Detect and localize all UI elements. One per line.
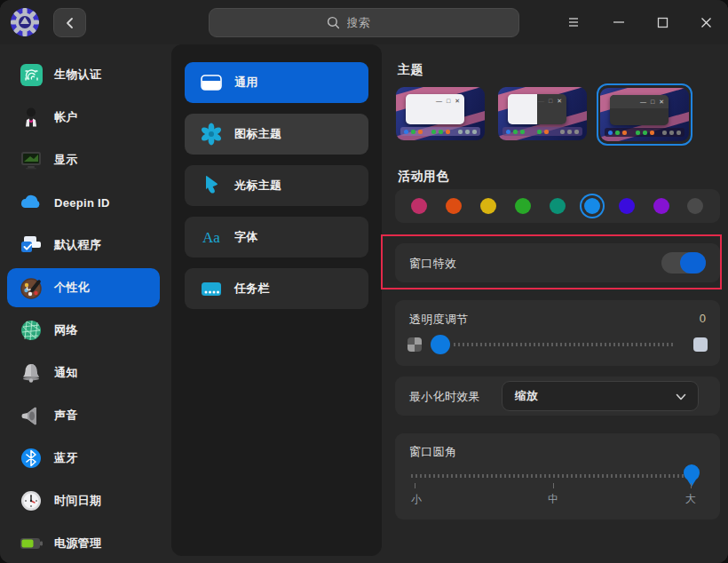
submenu-item-label: 通用 (234, 75, 258, 91)
menu-icon (566, 17, 581, 28)
search-icon (327, 16, 340, 29)
theme-preview-light: —□✕ (396, 87, 485, 140)
sidebar-item-bluetooth[interactable]: 蓝牙 (7, 439, 160, 478)
accent-color-teal[interactable] (550, 198, 566, 214)
submenu-item-label: 任务栏 (234, 281, 270, 297)
submenu-item-taskbar[interactable]: 任务栏 (185, 268, 368, 309)
theme-preview-dark: —□✕ (600, 88, 689, 141)
tick-large (691, 483, 692, 488)
window-effects-toggle[interactable] (661, 252, 706, 274)
corner-radius-label: 窗口圆角 (409, 444, 456, 460)
sidebar-item-label: 默认程序 (54, 237, 101, 253)
accent-color-pink[interactable] (411, 198, 427, 214)
accent-color-green[interactable] (515, 198, 531, 214)
sidebar-item-label: 声音 (54, 408, 78, 424)
accent-color-gray[interactable] (687, 198, 703, 214)
sidebar-item-accounts[interactable]: 帐户 (7, 98, 160, 137)
sidebar-item-default-apps[interactable]: 默认程序 (7, 226, 160, 265)
sidebar-item-network[interactable]: 网络 (7, 311, 160, 350)
maximize-button[interactable] (647, 9, 677, 36)
sidebar-item-label: 帐户 (54, 109, 78, 125)
sidebar-item-sound[interactable]: 声音 (7, 396, 160, 435)
opacity-value: 0 (700, 312, 706, 325)
sidebar-item-label: Deepin ID (54, 196, 110, 210)
tick-small (415, 483, 415, 488)
font-icon: Aa (200, 226, 223, 249)
tick-label-medium: 中 (548, 492, 558, 507)
corner-radius-card: 窗口圆角 小 中 大 (395, 433, 720, 519)
minimize-effect-card: 最小化时效果 缩放 (395, 377, 720, 416)
battery-icon (19, 531, 44, 556)
submenu-item-font[interactable]: Aa 字体 (185, 217, 368, 258)
chevron-left-icon (66, 17, 74, 29)
sidebar-item-label: 时间日期 (54, 493, 101, 509)
sidebar-item-label: 通知 (54, 365, 78, 381)
tick-label-large: 大 (685, 492, 696, 507)
opacity-label: 透明度调节 (409, 312, 469, 328)
bell-icon (19, 361, 44, 385)
monitor-icon (19, 147, 44, 172)
sidebar-item-datetime[interactable]: 时间日期 (7, 481, 160, 520)
submenu-item-icon-theme[interactable]: 图标主题 (185, 114, 368, 155)
sidebar-item-label: 显示 (54, 152, 78, 168)
theme-option-light[interactable]: —□✕ 浅色 (396, 87, 485, 140)
minimize-effect-dropdown[interactable]: 缩放 (502, 381, 699, 411)
sidebar-item-label: 蓝牙 (54, 450, 78, 466)
sidebar-item-label: 个性化 (54, 280, 90, 296)
accent-color-purple[interactable] (653, 198, 669, 214)
opacity-card: 透明度调节 0 (395, 300, 720, 366)
user-icon (19, 105, 44, 130)
sidebar-item-personalization[interactable]: 个性化 (7, 268, 160, 307)
corner-radius-handle[interactable] (683, 464, 700, 491)
sidebar-item-display[interactable]: 显示 (7, 140, 160, 179)
submenu-item-general[interactable]: 通用 (185, 62, 368, 103)
theme-preview-auto: —□✕ (498, 87, 587, 140)
window-icon (200, 71, 223, 94)
corner-radius-track[interactable] (411, 474, 697, 478)
accent-color-indigo[interactable] (619, 198, 635, 214)
bluetooth-icon (19, 446, 44, 471)
accent-color-yellow[interactable] (480, 198, 496, 214)
search-box (209, 8, 519, 37)
accent-color-row (395, 189, 720, 223)
clock-icon (19, 488, 44, 513)
settings-window: 生物认证 帐户 (0, 0, 728, 563)
accent-color-orange[interactable] (446, 198, 462, 214)
sidebar-item-biometric[interactable]: 生物认证 (7, 55, 160, 94)
opacity-slider-track[interactable] (454, 343, 674, 346)
tick-medium (553, 483, 554, 488)
submenu-item-label: 图标主题 (234, 126, 281, 142)
minimize-icon (613, 17, 625, 28)
titlebar (0, 0, 728, 44)
sidebar: 生物认证 帐户 (0, 44, 171, 563)
minimize-button[interactable] (604, 9, 634, 36)
back-button[interactable] (53, 8, 86, 37)
theme-section-title: 主题 (398, 62, 423, 78)
transparent-icon[interactable] (408, 337, 422, 352)
sidebar-item-label: 电源管理 (54, 535, 101, 551)
sidebar-item-power[interactable]: 电源管理 (7, 524, 160, 563)
personalization-submenu: 通用 图标主题 (171, 44, 382, 556)
cursor-theme-icon (200, 174, 223, 197)
window-effects-card: 窗口特效 (395, 243, 720, 282)
taskbar-icon (200, 277, 223, 300)
close-button[interactable] (691, 9, 721, 36)
opacity-slider-handle[interactable] (431, 335, 450, 354)
dropdown-value: 缩放 (515, 388, 538, 404)
opaque-icon[interactable] (693, 337, 708, 352)
sidebar-item-label: 生物认证 (54, 67, 101, 83)
close-icon (700, 17, 712, 28)
app-gear-icon (8, 5, 42, 39)
general-settings-pane: 主题 —□✕ 浅色 —□✕ (382, 44, 728, 563)
menu-button[interactable] (558, 9, 589, 36)
sidebar-item-notifications[interactable]: 通知 (7, 353, 160, 393)
submenu-item-cursor-theme[interactable]: 光标主题 (185, 165, 368, 206)
minimize-effect-label: 最小化时效果 (409, 389, 480, 405)
theme-option-auto[interactable]: —□✕ 自动 (498, 87, 587, 140)
search-input[interactable] (345, 15, 402, 30)
tick-label-small: 小 (411, 492, 422, 507)
sidebar-item-deepin-id[interactable]: Deepin ID (7, 183, 160, 222)
accent-color-blue-selected[interactable] (584, 198, 600, 214)
speaker-icon (19, 403, 44, 428)
maximize-icon (657, 17, 669, 28)
